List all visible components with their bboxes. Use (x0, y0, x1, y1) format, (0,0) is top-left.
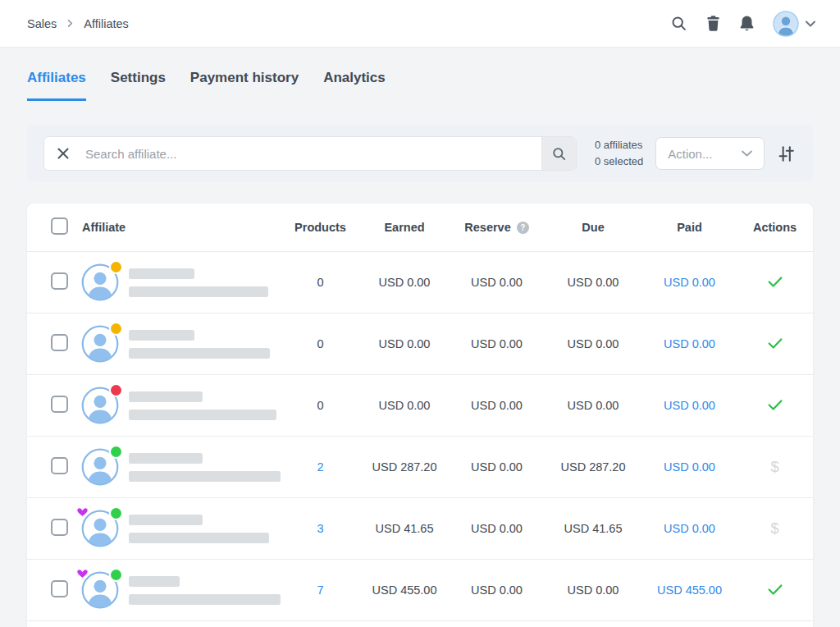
name-placeholder-bar (129, 594, 281, 605)
due-value: USD 287.20 (544, 460, 642, 474)
status-dot (111, 262, 121, 272)
paid-value[interactable]: USD 0.00 (642, 522, 737, 535)
name-placeholder-bar (129, 348, 270, 359)
table-row: 2 USD 287.20 USD 0.00 USD 287.20 USD 0.0… (27, 436, 813, 497)
tab-bar: Affiliates Settings Payment history Anal… (27, 70, 813, 101)
row-checkbox[interactable] (51, 396, 68, 413)
paid-value[interactable]: USD 0.00 (642, 337, 737, 350)
row-checkbox[interactable] (51, 519, 68, 536)
tab-settings[interactable]: Settings (111, 70, 166, 101)
breadcrumb-sales[interactable]: Sales (27, 17, 57, 30)
due-value: USD 0.00 (544, 276, 642, 289)
row-checkbox[interactable] (51, 272, 68, 290)
favorite-heart-icon (76, 506, 89, 518)
avatar (81, 510, 119, 547)
check-icon[interactable] (766, 334, 784, 352)
name-placeholder-bar (129, 330, 194, 341)
table-row: 0 USD 0.00 USD 0.00 USD 0.00 USD 0.00 $ (27, 313, 813, 374)
filters-icon[interactable] (776, 144, 797, 163)
search-icon (551, 146, 567, 162)
row-checkbox[interactable] (51, 457, 68, 474)
table-row: 7 USD 455.00 USD 0.00 USD 0.00 USD 455.0… (27, 559, 813, 620)
name-placeholder-bar (129, 471, 281, 482)
select-all-checkbox[interactable] (51, 217, 68, 235)
reserve-value: USD 0.00 (450, 399, 544, 412)
check-icon[interactable] (766, 272, 784, 291)
reserve-value: USD 0.00 (450, 276, 544, 289)
paid-value[interactable]: USD 0.00 (642, 460, 737, 474)
status-dot (111, 570, 121, 580)
breadcrumb: Sales Affiliates (27, 17, 129, 30)
column-header-actions: Actions (737, 221, 813, 234)
name-placeholder-bar (129, 515, 203, 525)
reserve-value: USD 0.00 (450, 337, 544, 350)
action-dropdown-value: Action... (668, 147, 712, 161)
column-header-earned: Earned (359, 221, 450, 234)
dollar-icon[interactable]: $ (770, 459, 778, 475)
breadcrumb-affiliates: Affiliates (84, 17, 129, 30)
avatar[interactable] (773, 11, 799, 37)
affiliate-name-placeholder (129, 515, 269, 543)
chevron-down-icon (742, 150, 752, 157)
avatar (81, 571, 119, 609)
affiliate-name-placeholder (129, 330, 270, 359)
reserve-value: USD 0.00 (450, 460, 544, 474)
column-header-due: Due (544, 221, 642, 234)
earned-value: USD 0.00 (359, 399, 450, 412)
paid-value[interactable]: USD 0.00 (642, 276, 737, 289)
chevron-right-icon (66, 20, 74, 27)
selected-count: 0 selected (595, 153, 643, 170)
name-placeholder-bar (129, 391, 203, 402)
trash-icon[interactable] (705, 15, 721, 32)
bell-icon[interactable] (739, 15, 755, 32)
search-submit-button[interactable] (541, 137, 576, 170)
search-icon[interactable] (670, 15, 687, 32)
affiliate-name-placeholder (129, 268, 268, 297)
tab-affiliates[interactable]: Affiliates (27, 70, 86, 101)
affiliate-name-placeholder (129, 391, 276, 420)
check-icon[interactable] (766, 580, 784, 598)
products-value[interactable]: 3 (281, 522, 359, 535)
products-value[interactable]: 0 (281, 337, 359, 350)
table-row: 0 USD 0.00 USD 0.00 USD 0.00 USD 0.00 $ (27, 251, 813, 313)
tab-analytics[interactable]: Analytics (323, 70, 386, 101)
name-placeholder-bar (129, 286, 268, 297)
earned-value: USD 41.65 (359, 522, 450, 535)
row-checkbox[interactable] (51, 334, 68, 351)
products-value[interactable]: 2 (281, 460, 359, 474)
paid-value[interactable]: USD 0.00 (642, 399, 737, 412)
reserve-value: USD 0.00 (450, 584, 544, 597)
affiliate-name-placeholder (129, 576, 281, 605)
tab-payment-history[interactable]: Payment history (190, 70, 299, 101)
table-row-partial (27, 620, 813, 627)
products-value[interactable]: 7 (281, 584, 359, 597)
help-icon[interactable]: ? (517, 222, 529, 234)
action-dropdown[interactable]: Action... (655, 137, 765, 170)
dollar-icon[interactable]: $ (770, 520, 778, 537)
status-dot (111, 508, 121, 519)
avatar (81, 387, 119, 424)
favorite-heart-icon (76, 567, 89, 579)
earned-value: USD 287.20 (359, 460, 450, 474)
search-group (43, 136, 577, 171)
topbar-actions (670, 11, 815, 37)
affiliates-table: Affiliate Products Earned Reserve ? Due … (27, 204, 813, 627)
avatar (81, 448, 119, 486)
check-icon[interactable] (766, 396, 784, 414)
reserve-value: USD 0.00 (450, 522, 544, 535)
products-value[interactable]: 0 (281, 399, 359, 412)
products-value[interactable]: 0 (281, 276, 359, 289)
row-checkbox[interactable] (51, 580, 68, 597)
user-menu[interactable] (773, 11, 815, 37)
column-header-products: Products (281, 221, 359, 234)
status-dot (111, 323, 121, 334)
table-header-row: Affiliate Products Earned Reserve ? Due … (27, 204, 813, 251)
selection-counts: 0 affiliates 0 selected (595, 137, 643, 170)
chevron-down-icon[interactable] (806, 21, 815, 27)
due-value: USD 41.65 (544, 522, 642, 535)
paid-value[interactable]: USD 455.00 (642, 584, 737, 597)
due-value: USD 0.00 (544, 337, 642, 350)
clear-search-button[interactable] (44, 137, 82, 170)
search-input[interactable] (82, 137, 541, 170)
name-placeholder-bar (129, 533, 269, 543)
